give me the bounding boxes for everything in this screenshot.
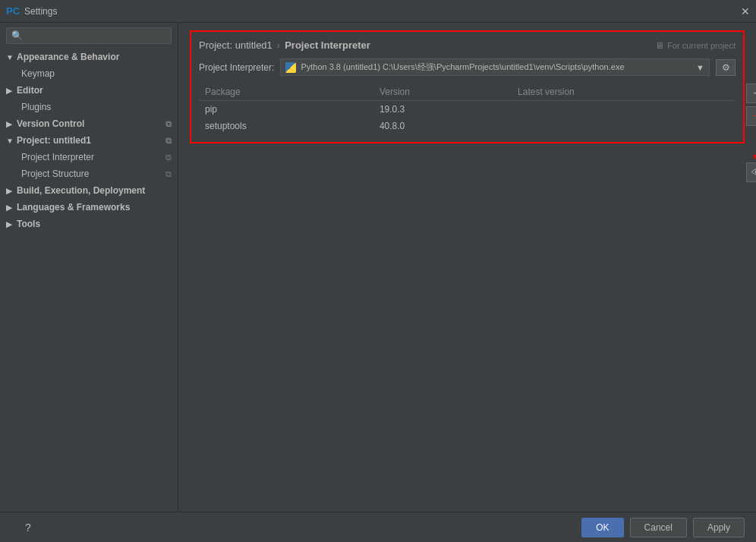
sidebar-item-appearance-behavior[interactable]: ▼ Appearance & Behavior bbox=[0, 49, 178, 65]
interpreter-select[interactable]: Python 3.8 (untitled1) C:\Users\经强\Pycha… bbox=[280, 58, 710, 76]
package-version: 19.0.3 bbox=[373, 101, 512, 118]
arrow-icon: ▼ bbox=[6, 137, 14, 145]
package-name: setuptools bbox=[199, 118, 373, 134]
sidebar-label: Project Structure bbox=[21, 169, 89, 179]
table-row[interactable]: setuptools 40.8.0 bbox=[199, 118, 736, 134]
arrow-icon: ▶ bbox=[6, 87, 14, 95]
monitor-icon: 🖥 bbox=[655, 40, 664, 51]
breadcrumb-parent[interactable]: Project: untitled1 bbox=[199, 39, 272, 51]
python-icon bbox=[285, 62, 296, 73]
for-current-project-label: For current project bbox=[667, 41, 736, 50]
copy-icon: ⧉ bbox=[165, 136, 172, 146]
bottom-bar: ? OK Cancel Apply bbox=[0, 512, 756, 542]
remove-package-container: − bbox=[746, 106, 756, 126]
interpreter-value: Python 3.8 (untitled1) C:\Users\经强\Pycha… bbox=[301, 61, 624, 73]
red-arrow-head bbox=[753, 155, 756, 161]
package-latest bbox=[512, 118, 736, 134]
arrow-icon: ▶ bbox=[6, 220, 14, 228]
sidebar-label: Keymap bbox=[21, 68, 55, 79]
table-row[interactable]: pip 19.0.3 bbox=[199, 101, 736, 118]
sidebar-label: Tools bbox=[17, 219, 40, 229]
gear-button[interactable]: ⚙ bbox=[716, 59, 736, 76]
breadcrumb: Project: untitled1 › Project Interpreter… bbox=[199, 39, 736, 51]
right-action-buttons: + − 👁 bbox=[746, 84, 756, 182]
copy-icon: ⧉ bbox=[165, 119, 172, 129]
eye-button-container: 👁 bbox=[746, 162, 756, 182]
arrow-icon: ▶ bbox=[6, 120, 14, 128]
breadcrumb-current: Project Interpreter bbox=[285, 39, 370, 51]
app-icon: PC bbox=[6, 5, 20, 17]
interpreter-row: Project Interpreter: Python 3.8 (untitle… bbox=[199, 58, 736, 76]
dropdown-arrow-icon: ▼ bbox=[696, 63, 704, 72]
sidebar-label: Editor bbox=[17, 85, 43, 96]
ok-button[interactable]: OK bbox=[581, 518, 623, 537]
copy-icon: ⧉ bbox=[165, 169, 172, 179]
apply-button[interactable]: Apply bbox=[693, 518, 745, 537]
search-input[interactable] bbox=[6, 27, 172, 44]
project-interpreter-panel: Project: untitled1 › Project Interpreter… bbox=[190, 30, 745, 143]
col-version: Version bbox=[373, 84, 512, 101]
col-latest-version: Latest version bbox=[512, 84, 736, 101]
copy-icon: ⧉ bbox=[165, 153, 172, 162]
cancel-button[interactable]: Cancel bbox=[630, 518, 687, 537]
sidebar-item-plugins[interactable]: Plugins bbox=[0, 99, 178, 115]
eye-button[interactable]: 👁 bbox=[746, 162, 756, 182]
sidebar-item-project-interpreter[interactable]: Project Interpreter ⧉ bbox=[0, 149, 178, 165]
sidebar-label: Version Control bbox=[17, 118, 84, 129]
sidebar-item-editor[interactable]: ▶ Editor bbox=[0, 82, 178, 99]
breadcrumb-separator: › bbox=[277, 39, 280, 51]
package-latest bbox=[512, 101, 736, 118]
sidebar-label: Project Interpreter bbox=[21, 152, 94, 162]
package-name: pip bbox=[199, 101, 373, 118]
arrow-icon: ▼ bbox=[6, 53, 14, 61]
sidebar-item-tools[interactable]: ▶ Tools bbox=[0, 216, 178, 232]
interpreter-label: Project Interpreter: bbox=[199, 62, 274, 73]
arrow-icon: ▶ bbox=[6, 203, 14, 212]
sidebar-item-languages-frameworks[interactable]: ▶ Languages & Frameworks bbox=[0, 199, 178, 216]
search-box bbox=[0, 23, 178, 49]
title-bar: PC Settings ✕ bbox=[0, 0, 756, 23]
main-layout: ▼ Appearance & Behavior Keymap ▶ Editor … bbox=[0, 23, 756, 512]
add-package-button[interactable]: + bbox=[746, 84, 756, 103]
content-area: Project: untitled1 › Project Interpreter… bbox=[178, 23, 756, 512]
sidebar-item-build-execution[interactable]: ▶ Build, Execution, Deployment bbox=[0, 182, 178, 199]
sidebar-label: Build, Execution, Deployment bbox=[17, 185, 145, 196]
packages-table: Package Version Latest version pip 19.0.… bbox=[199, 84, 736, 134]
packages-section: Package Version Latest version pip 19.0.… bbox=[199, 84, 736, 134]
close-icon[interactable]: ✕ bbox=[741, 5, 750, 17]
col-package: Package bbox=[199, 84, 373, 101]
sidebar-item-version-control[interactable]: ▶ Version Control ⧉ bbox=[0, 115, 178, 132]
remove-package-button[interactable]: − bbox=[746, 106, 756, 126]
sidebar-label: Plugins bbox=[21, 102, 51, 112]
sidebar-label: Project: untitled1 bbox=[17, 135, 91, 146]
sidebar-label: Languages & Frameworks bbox=[17, 202, 130, 213]
help-button[interactable]: ? bbox=[11, 518, 45, 537]
title-bar-title: Settings bbox=[24, 6, 57, 17]
sidebar: ▼ Appearance & Behavior Keymap ▶ Editor … bbox=[0, 23, 178, 512]
title-bar-left: PC Settings bbox=[6, 5, 57, 17]
sidebar-item-keymap[interactable]: Keymap bbox=[0, 65, 178, 82]
sidebar-item-project-structure[interactable]: Project Structure ⧉ bbox=[0, 165, 178, 182]
sidebar-label: Appearance & Behavior bbox=[17, 52, 119, 62]
arrow-icon: ▶ bbox=[6, 187, 14, 195]
sidebar-item-project-untitled1[interactable]: ▼ Project: untitled1 ⧉ bbox=[0, 132, 178, 149]
package-version: 40.8.0 bbox=[373, 118, 512, 134]
for-current-project: 🖥 For current project bbox=[655, 40, 736, 51]
